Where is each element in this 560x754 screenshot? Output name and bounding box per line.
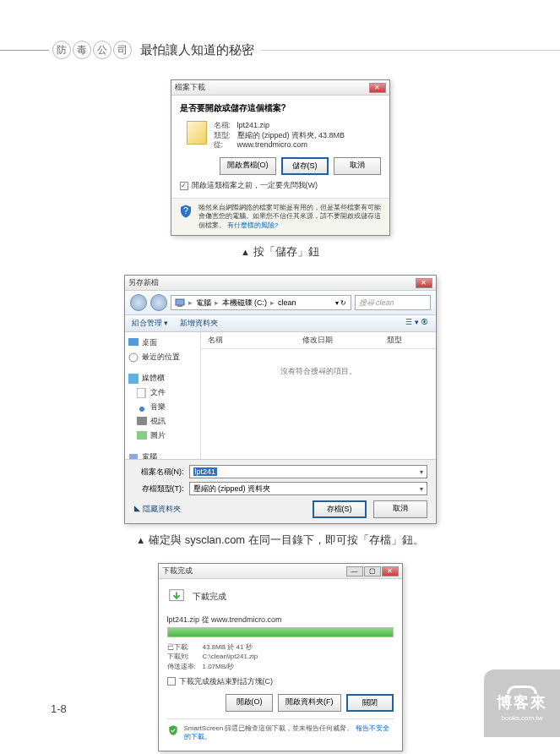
minimize-button[interactable]: —	[346, 566, 363, 576]
close-button[interactable]: ✕	[369, 83, 386, 93]
badge-1: 防	[52, 41, 71, 59]
open-button[interactable]: 開啟(O)	[226, 694, 273, 712]
documents-icon	[137, 388, 147, 398]
download-url: lpt241.zip 從 www.trendmicro.com	[167, 615, 394, 626]
risk-link[interactable]: 有什麼樣的風險?	[227, 221, 278, 229]
titlebar: 下載完成 — ▢ ✕	[159, 564, 402, 579]
column-type[interactable]: 類型	[387, 335, 436, 346]
filename-label: 檔案名稱(N):	[133, 467, 184, 478]
sidebar-computer[interactable]: 電腦	[128, 450, 197, 459]
badge-2: 毒	[73, 41, 91, 59]
sidebar-desktop[interactable]: 桌面	[128, 336, 197, 350]
cancel-button[interactable]: 取消	[373, 500, 427, 518]
always-ask-checkbox[interactable]: ✓	[180, 182, 188, 190]
pictures-icon	[137, 431, 147, 441]
bc-folder[interactable]: clean	[278, 298, 296, 307]
close-button[interactable]: ✕	[382, 566, 399, 576]
close-button[interactable]: 關閉	[346, 694, 394, 712]
shield-icon: ?	[178, 204, 193, 219]
back-button[interactable]	[130, 294, 147, 311]
svg-rect-10	[129, 454, 138, 460]
caption-2: ▲確定與 sysclan.com 在同一目錄下，即可按「存檔」鈕。	[136, 533, 424, 548]
titlebar: 另存新檔 ✕	[125, 276, 436, 291]
dialog-question: 是否要開啟或儲存這個檔案?	[180, 102, 381, 114]
watermark-text: 博客來	[497, 692, 547, 713]
save-button[interactable]: 儲存(S)	[281, 157, 329, 175]
svg-point-7	[139, 407, 144, 412]
empty-message: 沒有符合搜尋的項目。	[201, 349, 436, 459]
save-button[interactable]: 存檔(S)	[313, 500, 367, 518]
column-date[interactable]: 修改日期	[302, 335, 387, 346]
bc-drive[interactable]: 本機磁碟 (C:)	[222, 298, 268, 309]
sidebar-pictures[interactable]: 圖片	[128, 429, 197, 443]
computer-icon	[175, 298, 185, 308]
smartscreen-text: SmartScreen 篩選已檢查這個下載，並未報告任何威脅。 報告不安全的下載…	[184, 724, 394, 742]
filename-input[interactable]: lpt241	[189, 465, 427, 478]
svg-rect-9	[137, 431, 147, 440]
sidebar-libraries[interactable]: 媒體櫃	[128, 371, 197, 385]
svg-point-4	[129, 353, 138, 362]
svg-rect-5	[128, 374, 139, 384]
close-when-done-label: 下載完成後結束對話方塊(C)	[179, 676, 274, 687]
download-complete-dialog: 下載完成 — ▢ ✕ 下載完成 lpt241.zip 從 www.trendmi…	[158, 563, 403, 751]
type-label: 類型:	[214, 131, 237, 141]
name-value: lpt241.zip	[237, 121, 270, 129]
open-folder-button[interactable]: 開啟資料夾(F)	[278, 694, 341, 712]
always-ask-label: 開啟這類檔案之前，一定要先問我(W)	[192, 180, 318, 191]
column-name[interactable]: 名稱	[201, 335, 302, 346]
svg-rect-1	[176, 299, 184, 305]
svg-rect-8	[137, 417, 147, 425]
from-label: 從:	[214, 140, 237, 150]
music-icon	[137, 402, 147, 413]
page-number: 1-8	[51, 702, 67, 715]
caption-1: ▲按「儲存」鈕	[241, 244, 319, 260]
watermark-url: books.com.tw	[502, 714, 543, 722]
header-rule-right	[261, 50, 560, 51]
download-complete-text: 下載完成	[193, 591, 226, 603]
header-rule-left	[0, 50, 49, 51]
titlebar-text: 下載完成	[162, 566, 193, 576]
page-header: 防 毒 公 司 最怕讓人知道的秘密	[0, 41, 560, 59]
libraries-icon	[128, 374, 139, 384]
smartscreen-icon	[167, 724, 179, 736]
save-as-dialog: 另存新檔 ✕ ▸ 電腦 ▸ 本機磁碟 (C:) ▸ clean ▾ ↻ 搜尋 c…	[124, 275, 437, 524]
close-button[interactable]: ✕	[416, 278, 432, 288]
page-title: 最怕讓人知道的秘密	[140, 42, 254, 58]
svg-text:?: ?	[183, 205, 188, 216]
cancel-button[interactable]: 取消	[334, 157, 381, 175]
zip-file-icon	[187, 121, 207, 145]
hide-folders-link[interactable]: ◣ 隱藏資料夾	[133, 504, 182, 515]
badge-4: 司	[113, 41, 132, 59]
search-input[interactable]: 搜尋 clean	[355, 295, 431, 310]
sidebar-music[interactable]: 音樂	[128, 400, 197, 414]
progress-bar	[167, 627, 394, 637]
new-folder-button[interactable]: 新增資料夾	[180, 318, 218, 329]
breadcrumb[interactable]: ▸ 電腦 ▸ 本機磁碟 (C:) ▸ clean ▾ ↻	[171, 295, 351, 310]
titlebar-text: 檔案下載	[175, 82, 205, 93]
download-stats: 已下載:43.8MB 於 41 秒 下載到:C:\clean\lpt241.zi…	[167, 642, 394, 671]
name-label: 名稱:	[214, 121, 237, 131]
titlebar: 檔案下載 ✕	[171, 80, 389, 96]
download-icon	[167, 587, 186, 606]
close-when-done-checkbox[interactable]	[167, 677, 176, 686]
recent-icon	[128, 352, 139, 363]
from-value: www.trendmicro.com	[237, 140, 308, 149]
svg-rect-6	[137, 388, 145, 398]
videos-icon	[137, 417, 147, 427]
header-badges: 防 毒 公 司	[52, 41, 132, 59]
sidebar-videos[interactable]: 視訊	[128, 414, 197, 429]
open-button[interactable]: 開啟舊檔(O)	[220, 157, 276, 175]
sidebar-recent[interactable]: 最近的位置	[128, 350, 197, 364]
footer-warning: 雖然來自網際網路的檔案可能是有用的，但是某些檔案有可能會傷害您的電腦。如果您不信…	[198, 204, 383, 230]
titlebar-text: 另存新檔	[128, 277, 159, 288]
type-value: 壓縮的 (zipped) 資料夾, 43.8MB	[237, 131, 345, 139]
filetype-select[interactable]: 壓縮的 (zipped) 資料夾	[189, 482, 427, 495]
computer-icon	[128, 452, 139, 460]
svg-rect-3	[128, 338, 139, 346]
sidebar-documents[interactable]: 文件	[128, 385, 197, 400]
file-download-dialog: 檔案下載 ✕ 是否要開啟或儲存這個檔案? 名稱:lpt241.zip 類型:壓縮…	[171, 79, 390, 236]
forward-button[interactable]	[150, 294, 167, 311]
organize-menu[interactable]: 組合管理 ▾	[132, 318, 169, 329]
bc-computer[interactable]: 電腦	[196, 298, 211, 309]
maximize-button[interactable]: ▢	[364, 566, 381, 576]
